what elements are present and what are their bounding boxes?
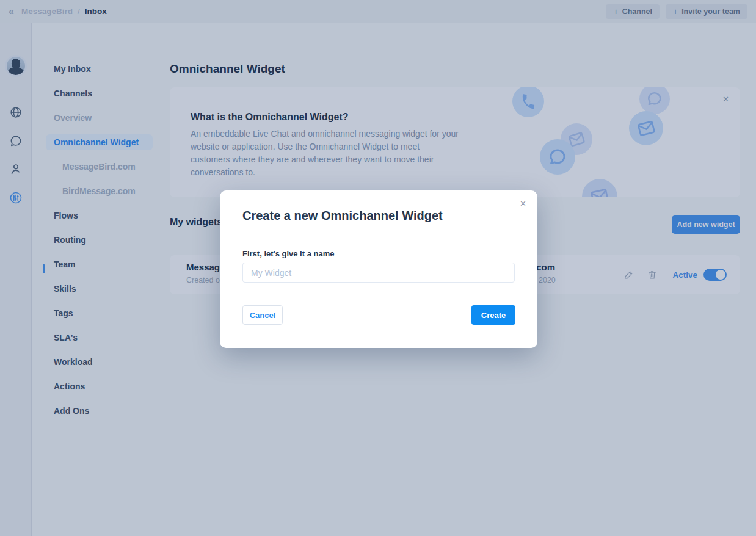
- widget-name-input[interactable]: [242, 263, 515, 283]
- widget-name-label: First, let's give it a name: [242, 249, 334, 258]
- create-button[interactable]: Create: [471, 305, 515, 325]
- cancel-button[interactable]: Cancel: [242, 305, 283, 325]
- app-window: « MessageBird / Inbox + Channel + Invite…: [0, 0, 756, 536]
- create-widget-modal: ✕ Create a new Omnichannel Widget First,…: [220, 190, 537, 348]
- modal-title: Create a new Omnichannel Widget: [242, 209, 443, 223]
- close-icon[interactable]: ✕: [520, 199, 526, 208]
